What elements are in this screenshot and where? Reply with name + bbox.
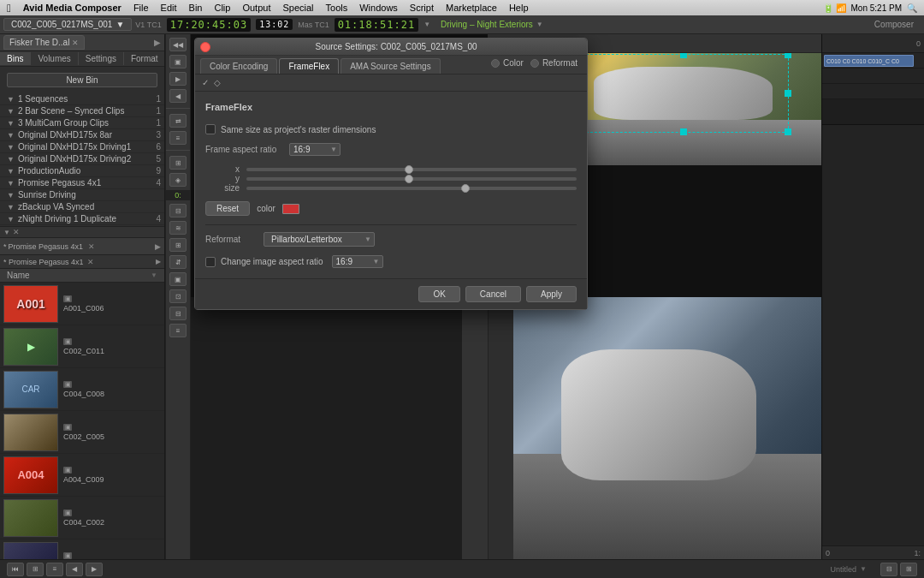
list-item[interactable]: ▼ Sunrise Driving — [0, 189, 164, 201]
list-item[interactable]: ▣ C004_C002 — [0, 497, 164, 539]
project-arrow[interactable]: ▶ — [154, 38, 161, 47]
reformat-select[interactable]: Pillarbox/Letterbox Crop Stretch — [264, 232, 375, 247]
app-name[interactable]: Avid Media Composer — [23, 3, 121, 13]
divider: ▼ ✕ — [0, 226, 164, 238]
list-item[interactable]: A001 ▣ A001_C006 — [0, 283, 164, 325]
size-thumb[interactable] — [461, 184, 470, 193]
list-item[interactable]: CAR ▣ C004_C008 — [0, 368, 164, 411]
y-thumb[interactable] — [405, 175, 413, 183]
menu-script[interactable]: Script — [410, 3, 434, 13]
status-btn-1[interactable]: ⏮ — [7, 563, 24, 576]
status-btn-3[interactable]: ≡ — [46, 563, 63, 576]
list-item[interactable]: ▼ Original DNxHD175x 8ar 3 — [0, 129, 164, 141]
mid-btn-3[interactable]: ▶ — [169, 72, 187, 86]
list-item[interactable]: ▼ 3 MultiCam Group Clips 1 — [0, 117, 164, 129]
status-btn-4[interactable]: ◀ — [66, 563, 83, 576]
track-clip[interactable]: C010 C0 C010 C010_C C0 — [824, 55, 914, 67]
size-slider[interactable] — [246, 187, 577, 190]
mid-btn-9[interactable]: ⊟ — [169, 204, 187, 217]
mid-btn-1[interactable]: ◀◀ — [169, 38, 187, 51]
menu-edit[interactable]: Edit — [161, 3, 177, 13]
change-aspect-select[interactable]: 16:9 4:3 — [332, 255, 383, 268]
tab-color-encoding[interactable]: Color Encoding — [200, 58, 277, 74]
project-tab[interactable]: Fisker The D..al ✕ — [3, 35, 85, 50]
menu-tools[interactable]: Tools — [326, 3, 348, 13]
mid-btn-13[interactable]: ▣ — [169, 272, 187, 286]
list-item[interactable]: ▼ Original DNxHD175x Driving2 5 — [0, 153, 164, 165]
location-dropdown[interactable]: ▼ — [536, 21, 543, 28]
menu-windows[interactable]: Windows — [359, 3, 398, 13]
mid-btn-10[interactable]: ≋ — [169, 221, 187, 235]
status-btn-5[interactable]: ▶ — [86, 563, 103, 576]
new-bin-button[interactable]: New Bin — [7, 73, 157, 87]
clip-selector[interactable]: C002_C005_0217MS_001 ▼ — [3, 18, 132, 31]
color-swatch[interactable] — [282, 204, 299, 214]
sub-project-close[interactable]: ✕ — [88, 242, 95, 251]
mid-btn-16[interactable]: ≡ — [169, 324, 187, 337]
confirm-icon[interactable]: ✓ — [202, 78, 209, 87]
reset-button[interactable]: Reset — [205, 201, 250, 216]
cancel-button[interactable]: Cancel — [465, 286, 521, 302]
tab-ama-source[interactable]: AMA Source Settings — [341, 58, 441, 74]
sub-project2-arrow[interactable]: ▶ — [156, 258, 161, 265]
list-item[interactable]: ▣ C002_C005 — [0, 411, 164, 454]
master-tc-dropdown[interactable]: ▼ — [424, 21, 430, 28]
list-item[interactable]: ▼ 1 Sequences 1 — [0, 93, 164, 105]
mid-btn-15[interactable]: ⊟ — [169, 307, 187, 320]
apple-menu[interactable]:  — [7, 2, 11, 15]
clip-icon: ▣ — [63, 552, 72, 559]
same-size-checkbox[interactable] — [205, 124, 216, 134]
list-item[interactable]: ▼ ProductionAudio 9 — [0, 165, 164, 177]
x-thumb[interactable] — [405, 165, 413, 174]
menu-special[interactable]: Special — [282, 3, 313, 13]
tab-frameflex[interactable]: FrameFlex — [279, 58, 339, 74]
list-item[interactable]: A004 ▣ A004_C009 — [0, 454, 164, 497]
tab-bins[interactable]: Bins — [0, 52, 31, 65]
clip-dropdown-arrow[interactable]: ▼ — [116, 20, 124, 29]
sub-project2-close[interactable]: ✕ — [87, 258, 94, 266]
project-close[interactable]: ✕ — [72, 39, 79, 47]
status-right-btn-1[interactable]: ⊟ — [880, 563, 897, 576]
mid-btn-14[interactable]: ⊡ — [169, 289, 187, 303]
list-item[interactable]: ▼ Original DNxHD175x Driving1 6 — [0, 141, 164, 153]
tab-format[interactable]: Format — [124, 52, 166, 65]
mid-btn-8[interactable]: ◈ — [169, 173, 187, 187]
sub-project-arrow[interactable]: ▶ — [155, 242, 161, 251]
mid-btn-11[interactable]: ⊞ — [169, 238, 187, 252]
mid-btn-7[interactable]: ⊞ — [169, 156, 187, 170]
color-radio[interactable] — [491, 59, 500, 68]
mid-btn-12[interactable]: ⇵ — [169, 255, 187, 269]
change-aspect-checkbox[interactable] — [205, 257, 216, 267]
tab-settings[interactable]: Settings — [79, 52, 124, 65]
menu-marketplace[interactable]: Marketplace — [446, 3, 497, 13]
mid-btn-6[interactable]: ≡ — [169, 131, 187, 145]
y-slider[interactable] — [246, 177, 577, 181]
status-right-btn-2[interactable]: ⊞ — [900, 563, 917, 576]
list-item[interactable]: ▣ C003_C008 — [0, 539, 164, 559]
list-item[interactable]: ▼ zBackup VA Synced — [0, 201, 164, 213]
status-btn-2[interactable]: ⊞ — [27, 563, 44, 576]
list-item[interactable]: ▼ 2 Bar Scene – Synced Clips 1 — [0, 105, 164, 117]
diamond-icon[interactable]: ◇ — [214, 78, 221, 87]
x-slider[interactable] — [246, 168, 577, 171]
list-item[interactable]: ▼ Promise Pegasus 4x1 4 — [0, 177, 164, 189]
ok-button[interactable]: OK — [418, 286, 459, 302]
menu-help[interactable]: Help — [509, 3, 529, 13]
mid-btn-4[interactable]: ◀ — [169, 89, 187, 103]
menu-search-icon[interactable]: 🔍 — [907, 3, 917, 13]
untitled-dropdown[interactable]: ▼ — [860, 565, 867, 573]
apply-button[interactable]: Apply — [526, 286, 577, 302]
list-item[interactable]: ▼ zNight Driving 1 Duplicate 4 — [0, 213, 164, 225]
tab-volumes[interactable]: Volumes — [31, 52, 78, 65]
dialog-close-button[interactable] — [200, 42, 210, 52]
menu-clip[interactable]: Clip — [214, 3, 230, 13]
reformat-radio[interactable] — [530, 59, 539, 68]
menu-bin[interactable]: Bin — [189, 3, 203, 13]
menu-file[interactable]: File — [133, 3, 149, 13]
frame-aspect-select[interactable]: 16:9 4:3 2.35:1 — [289, 143, 341, 156]
project-name: Fisker The D..al — [9, 38, 69, 47]
mid-btn-2[interactable]: ▣ — [169, 55, 187, 69]
list-item[interactable]: ▶ ▣ C002_C011 — [0, 325, 164, 368]
menu-output[interactable]: Output — [242, 3, 270, 13]
mid-btn-5[interactable]: ⇄ — [169, 114, 187, 128]
